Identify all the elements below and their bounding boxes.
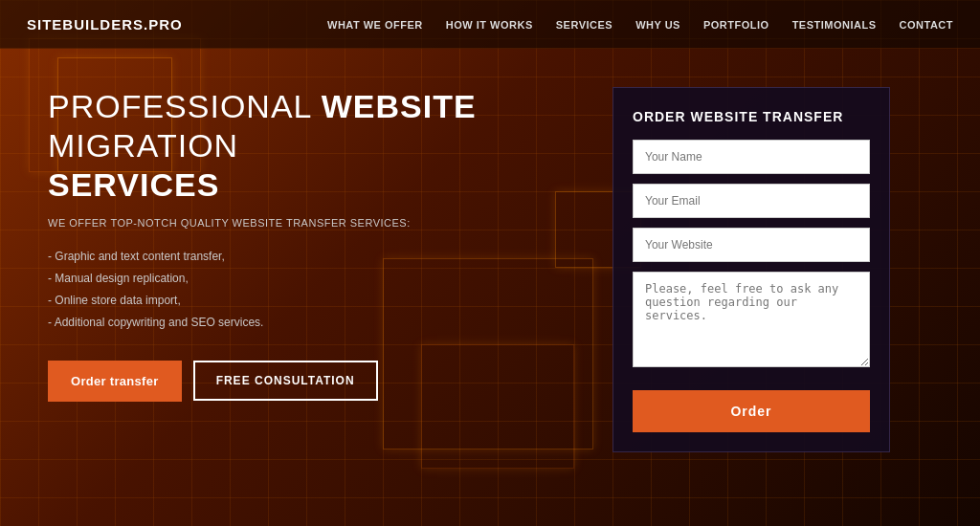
list-item-2: - Manual design replication, — [48, 268, 584, 290]
website-field-group — [633, 228, 870, 262]
nav-link-why-us[interactable]: WHY US — [635, 19, 680, 31]
nav-item-services[interactable]: SERVICES — [556, 15, 612, 33]
hero-list: - Graphic and text content transfer, - M… — [48, 246, 584, 333]
nav-item-how-it-works[interactable]: HOW IT WORKS — [446, 15, 533, 33]
nav-item-testimonials[interactable]: TESTIMONIALS — [792, 15, 877, 33]
list-item-4: - Additional copywriting and SEO service… — [48, 312, 584, 334]
navbar: SITEBUILDERS.PRO WHAT WE OFFER HOW IT WO… — [0, 0, 980, 49]
nav-link-testimonials[interactable]: TESTIMONIALS — [792, 19, 877, 31]
message-field-group — [633, 272, 870, 371]
order-form-panel: ORDER WEBSITE TRANSFER Order — [612, 87, 890, 452]
hero-title-part1: PROFESSIONAL — [48, 88, 322, 124]
nav-link-what-we-offer[interactable]: WHAT WE OFFER — [327, 19, 423, 31]
email-input[interactable] — [633, 184, 870, 218]
nav-link-how-it-works[interactable]: HOW IT WORKS — [446, 19, 533, 31]
website-input[interactable] — [633, 228, 870, 262]
name-field-group — [633, 140, 870, 174]
list-item-3: - Online store data import, — [48, 290, 584, 312]
nav-link-portfolio[interactable]: PORTFOLIO — [703, 19, 769, 31]
form-title: ORDER WEBSITE TRANSFER — [633, 109, 870, 124]
hero-title: PROFESSIONAL WEBSITE MIGRATION SERVICES — [48, 87, 584, 204]
hero-section: SITEBUILDERS.PRO WHAT WE OFFER HOW IT WO… — [0, 0, 980, 526]
name-input[interactable] — [633, 140, 870, 174]
free-consultation-button[interactable]: FREE CONSULTATION — [193, 361, 378, 401]
nav-link-services[interactable]: SERVICES — [556, 19, 612, 31]
hero-buttons: Order transfer FREE CONSULTATION — [48, 361, 584, 402]
email-field-group — [633, 184, 870, 218]
order-transfer-button[interactable]: Order transfer — [48, 361, 182, 402]
nav-item-portfolio[interactable]: PORTFOLIO — [703, 15, 769, 33]
hero-text-block: PROFESSIONAL WEBSITE MIGRATION SERVICES … — [48, 87, 584, 402]
list-item-1: - Graphic and text content transfer, — [48, 246, 584, 268]
nav-item-what-we-offer[interactable]: WHAT WE OFFER — [327, 15, 423, 33]
nav-item-why-us[interactable]: WHY US — [635, 15, 680, 33]
site-logo: SITEBUILDERS.PRO — [27, 16, 183, 33]
nav-item-contact[interactable]: CONTACT — [900, 15, 953, 33]
order-submit-button[interactable]: Order — [633, 390, 870, 432]
hero-title-bold: WEBSITE — [322, 88, 477, 124]
main-content: PROFESSIONAL WEBSITE MIGRATION SERVICES … — [0, 49, 980, 481]
nav-links: WHAT WE OFFER HOW IT WORKS SERVICES WHY … — [327, 15, 953, 33]
message-textarea[interactable] — [633, 272, 870, 367]
hero-subtitle: WE OFFER TOP-NOTCH QUALITY WEBSITE TRANS… — [48, 217, 584, 229]
hero-title-line2: SERVICES — [48, 166, 219, 203]
hero-title-part2: MIGRATION — [48, 127, 238, 164]
nav-link-contact[interactable]: CONTACT — [900, 19, 953, 31]
